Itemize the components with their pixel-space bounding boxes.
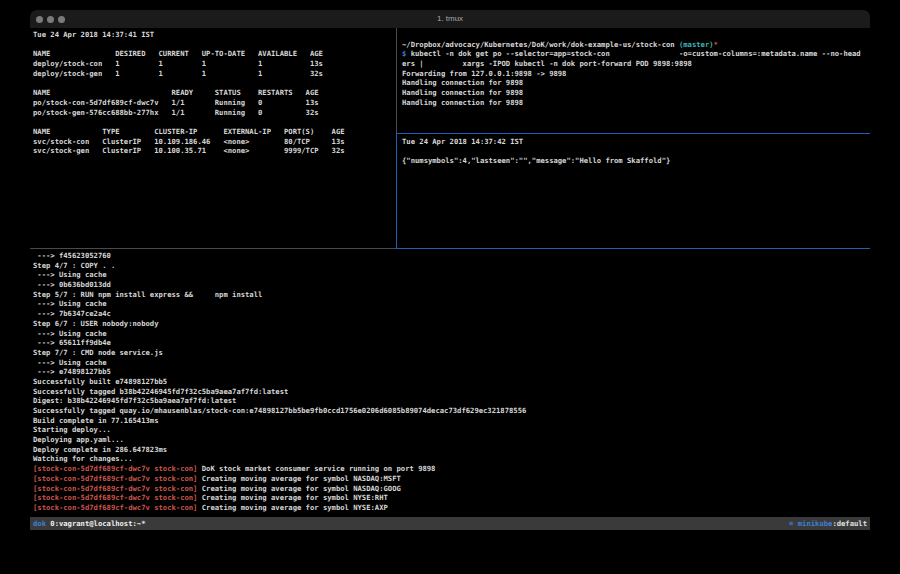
terminal-line: NAME TYPE CLUSTER-IP EXTERNAL-IP PORT(S)… bbox=[33, 127, 396, 137]
pane-divider-horizontal-inactive bbox=[30, 248, 396, 249]
terminal-line: Successfully built e74898127bb5 bbox=[33, 377, 870, 387]
terminal-line bbox=[33, 117, 396, 127]
terminal-line: Successfully tagged b38b42246945fd7f32c5… bbox=[33, 387, 870, 397]
terminal-line: Build complete in 77.165413ms bbox=[33, 416, 870, 426]
terminal-line: [stock-con-5d7df689cf-dwc7v stock-con] C… bbox=[33, 484, 870, 494]
pane-port-forward[interactable]: ~/Dropbox/advocacy/Kubernetes/DoK/work/d… bbox=[397, 28, 870, 133]
terminal-line: ---> Using cache bbox=[33, 329, 870, 339]
pane-service-watch[interactable]: Tue 24 Apr 2018 14:37:42 IST {"numsymbol… bbox=[397, 134, 870, 248]
session-name: dok bbox=[33, 519, 46, 528]
terminal-line: po/stock-gen-576cc688bb-277hx 1/1 Runnin… bbox=[33, 108, 396, 118]
pane-port-forward-text: ~/Dropbox/advocacy/Kubernetes/DoK/work/d… bbox=[397, 28, 870, 108]
pane-divider-vertical-active bbox=[396, 133, 397, 249]
terminal-line: [stock-con-5d7df689cf-dwc7v stock-con] C… bbox=[33, 503, 870, 513]
terminal-line bbox=[402, 147, 870, 157]
kube-namespace: :default bbox=[832, 519, 867, 528]
pane-kubectl-resources-text: Tue 24 Apr 2018 14:37:41 IST NAME DESIRE… bbox=[30, 28, 396, 156]
pane-divider-horizontal-active-top bbox=[396, 133, 870, 134]
terminal-line: [stock-con-5d7df689cf-dwc7v stock-con] C… bbox=[33, 474, 870, 484]
terminal-line: ---> Using cache bbox=[33, 270, 870, 280]
terminal-line: Handling connection for 9898 bbox=[402, 98, 870, 108]
terminal-line: ers | xargs -IPOD kubectl -n dok port-fo… bbox=[402, 59, 870, 69]
terminal-line: NAME DESIRED CURRENT UP-TO-DATE AVAILABL… bbox=[33, 49, 396, 59]
terminal-line: Deploy complete in 286.647823ms bbox=[33, 445, 870, 455]
pane-service-watch-text: Tue 24 Apr 2018 14:37:42 IST {"numsymbol… bbox=[397, 134, 870, 166]
terminal-line: [stock-con-5d7df689cf-dwc7v stock-con] D… bbox=[33, 464, 870, 474]
terminal-line: Tue 24 Apr 2018 14:37:42 IST bbox=[402, 137, 870, 147]
terminal-line: Step 7/7 : CMD node service.js bbox=[33, 348, 870, 358]
screenshot-canvas: 1. tmux Tue 24 Apr 2018 14:37:41 IST NAM… bbox=[0, 0, 900, 574]
terminal-line: Digest: b38b42246945fd7f32c5ba9aea7af7fd… bbox=[33, 396, 870, 406]
tmux-status-bar: dok 0:vagrant@localhost:~* ☸ minikube:de… bbox=[30, 517, 870, 530]
pane-divider-vertical-inactive bbox=[396, 28, 397, 133]
pane-skaffold-log[interactable]: ---> f45623052760Step 4/7 : COPY . . ---… bbox=[30, 249, 870, 517]
pane-kubectl-resources[interactable]: Tue 24 Apr 2018 14:37:41 IST NAME DESIRE… bbox=[30, 28, 396, 248]
window-titlebar[interactable]: 1. tmux bbox=[30, 10, 870, 29]
terminal-line: Step 6/7 : USER nobody:nobody bbox=[33, 319, 870, 329]
terminal-line: svc/stock-con ClusterIP 10.109.186.46 <n… bbox=[33, 137, 396, 147]
terminal-line: Step 4/7 : COPY . . bbox=[33, 261, 870, 271]
terminal-line: deploy/stock-con 1 1 1 1 13s bbox=[33, 59, 396, 69]
terminal-line bbox=[402, 30, 870, 40]
terminal-line: Step 5/7 : RUN npm install express && np… bbox=[33, 290, 870, 300]
status-left: dok 0:vagrant@localhost:~* bbox=[33, 517, 150, 530]
terminal-line: ~/Dropbox/advocacy/Kubernetes/DoK/work/d… bbox=[402, 40, 870, 50]
window-tab[interactable]: 0:vagrant@localhost:~* bbox=[46, 519, 150, 528]
terminal-line: Forwarding from 127.0.0.1:9898 -> 9898 bbox=[402, 69, 870, 79]
window-title: 1. tmux bbox=[30, 10, 870, 28]
terminal-line: ---> Using cache bbox=[33, 358, 870, 368]
terminal-window: 1. tmux Tue 24 Apr 2018 14:37:41 IST NAM… bbox=[30, 10, 870, 545]
terminal-line: ---> 65611ff9db4e bbox=[33, 338, 870, 348]
terminal-line: Starting deploy... bbox=[33, 425, 870, 435]
terminal-line: $ kubectl -n dok get po --selector=app=s… bbox=[402, 49, 870, 59]
kube-context: minikube bbox=[798, 519, 833, 528]
terminal-line: svc/stock-gen ClusterIP 10.100.35.71 <no… bbox=[33, 146, 396, 156]
terminal-line: Tue 24 Apr 2018 14:37:41 IST bbox=[33, 30, 396, 40]
terminal-line bbox=[33, 78, 396, 88]
terminal-line: [stock-con-5d7df689cf-dwc7v stock-con] C… bbox=[33, 493, 870, 503]
terminal-line: ---> f45623052760 bbox=[33, 251, 870, 261]
terminal-line: Deploying app.yaml... bbox=[33, 435, 870, 445]
terminal-line: ---> e74898127bb5 bbox=[33, 367, 870, 377]
terminal-line: deploy/stock-gen 1 1 1 1 32s bbox=[33, 69, 396, 79]
terminal-line: NAME READY STATUS RESTARTS AGE bbox=[33, 88, 396, 98]
terminal-line: ---> Using cache bbox=[33, 299, 870, 309]
terminal-line: Handling connection for 9898 bbox=[402, 78, 870, 88]
pane-skaffold-log-text: ---> f45623052760Step 4/7 : COPY . . ---… bbox=[30, 249, 870, 513]
terminal-line bbox=[33, 40, 396, 50]
kubernetes-helm-icon: ☸ bbox=[789, 519, 798, 528]
terminal-line: ---> 7b6347ce2a4c bbox=[33, 309, 870, 319]
terminal-line: Watching for changes... bbox=[33, 454, 870, 464]
terminal-line: Handling connection for 9898 bbox=[402, 88, 870, 98]
terminal-line: Successfully tagged quay.io/mhausenblas/… bbox=[33, 406, 870, 416]
terminal-line: {"numsymbols":4,"lastseen":"","message":… bbox=[402, 156, 870, 166]
terminal-line: ---> 0b636bd013dd bbox=[33, 280, 870, 290]
pane-divider-horizontal-active-bottom bbox=[396, 248, 870, 249]
terminal-line: po/stock-con-5d7df689cf-dwc7v 1/1 Runnin… bbox=[33, 98, 396, 108]
status-right: ☸ minikube:default bbox=[789, 517, 867, 530]
